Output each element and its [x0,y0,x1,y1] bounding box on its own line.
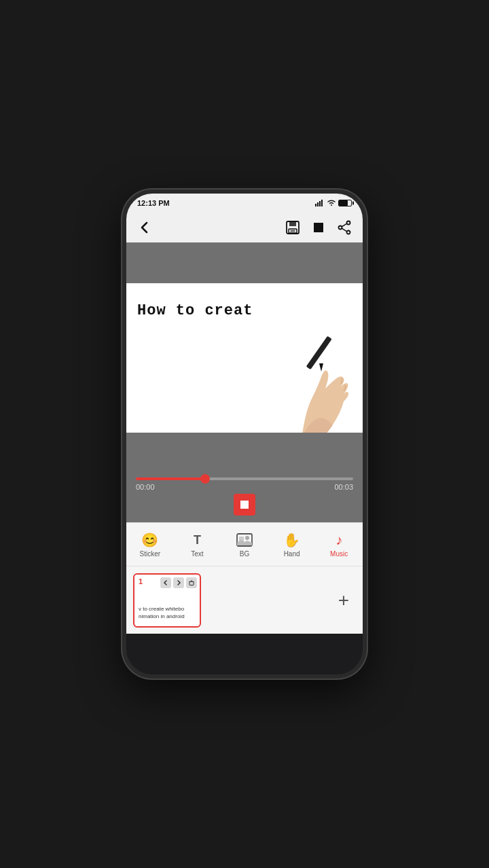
toolbar-right [285,220,352,235]
clip-text-preview: v to create whitebo nimation in android [139,605,185,620]
video-top-gray [126,242,363,283]
play-stop-button[interactable] [234,494,255,516]
time-end: 00:03 [334,483,353,491]
toolbar [126,213,363,242]
svg-line-12 [342,223,347,227]
svg-rect-1 [317,202,319,206]
battery-icon [338,200,352,206]
signal-icon [315,200,325,206]
music-icon: ♪ [330,531,348,549]
save-button[interactable] [285,220,300,235]
share-button[interactable] [337,220,352,235]
add-clip-button[interactable]: + [331,588,356,613]
text-icon: T [188,531,206,549]
svg-rect-3 [321,200,323,206]
clip-forward-button[interactable] [173,577,184,588]
play-stop-area [136,491,353,520]
timeline-times: 00:00 00:03 [136,483,353,491]
nav-item-hand[interactable]: ✋ Hand [275,531,309,558]
svg-rect-7 [291,230,295,232]
video-bottom-gray [126,433,363,473]
timeline-thumb[interactable] [200,474,210,484]
svg-point-9 [347,221,350,225]
nav-item-sticker[interactable]: 😊 Sticker [133,531,167,558]
back-button[interactable] [137,220,152,235]
nav-label-sticker: Sticker [140,550,161,558]
bottom-nav: 😊 Sticker T Text BG ✋ Hand ♪ Music [126,522,363,566]
writing-text: How to creat [137,297,253,319]
svg-rect-16 [240,501,249,509]
timeline-bar: 00:00 00:03 [126,473,363,522]
hand-pen-illustration [281,331,363,433]
status-bar: 12:13 PM [126,194,363,213]
svg-rect-14 [306,336,332,370]
nav-label-bg: BG [240,550,249,558]
clip-controls [160,577,197,588]
status-icons [315,200,352,206]
nav-item-music[interactable]: ♪ Music [322,531,356,558]
nav-item-text[interactable]: T Text [180,531,214,558]
nav-label-text: Text [191,550,203,558]
svg-rect-8 [314,223,323,232]
wifi-icon [327,200,336,206]
clip-item[interactable]: 1 [133,573,201,628]
sticker-icon: 😊 [141,531,159,549]
svg-rect-5 [289,221,296,226]
status-time: 12:13 PM [137,199,170,207]
svg-point-19 [245,536,249,540]
clips-area: 1 [126,566,363,634]
nav-item-bg[interactable]: BG [228,531,261,558]
svg-rect-0 [315,204,316,206]
video-canvas: How to creat [126,283,363,433]
svg-point-11 [339,226,342,230]
writing-text-content: How to creat [137,302,253,319]
nav-label-music: Music [330,550,348,558]
hand-icon: ✋ [283,531,301,549]
timeline-track[interactable] [136,477,353,480]
clip-delete-button[interactable] [186,577,197,588]
time-start: 00:00 [136,483,155,491]
clip-text-line1: v to create whitebo [139,605,185,613]
nav-label-hand: Hand [284,550,300,558]
svg-rect-20 [189,581,194,585]
clip-text-line2: nimation in android [139,613,185,620]
svg-line-13 [342,228,347,232]
stop-button[interactable] [311,220,326,235]
bg-icon [236,531,253,549]
phone-shell: 12:13 PM [122,189,367,679]
svg-marker-15 [319,363,323,372]
add-plus-icon: + [338,590,349,611]
timeline-played [136,477,205,480]
svg-point-10 [347,231,350,234]
svg-rect-2 [319,201,321,206]
clip-number: 1 [139,577,143,585]
clip-back-button[interactable] [160,577,171,588]
